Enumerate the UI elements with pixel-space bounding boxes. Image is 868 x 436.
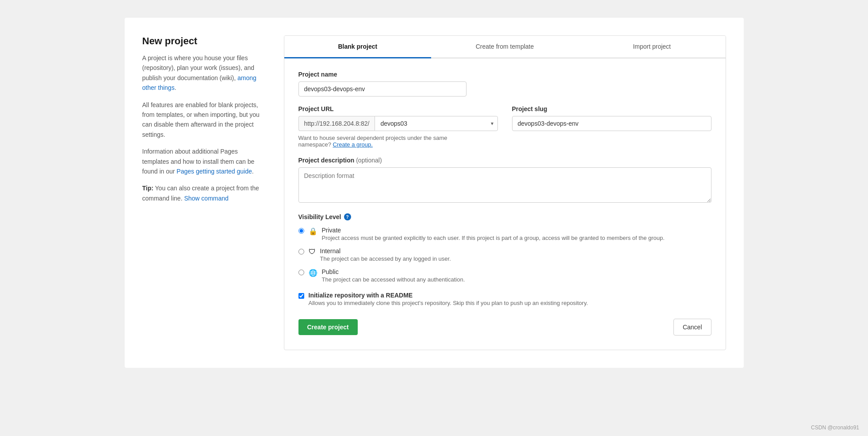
sidebar-desc1: A project is where you house your files … (142, 53, 266, 93)
init-readme-desc: Allows you to immediately clone this pro… (309, 300, 588, 306)
globe-icon: 🌐 (309, 269, 317, 277)
url-row: http://192.168.204.8:82/ devops03 ▾ (298, 116, 498, 131)
visibility-option-private: 🔒 Private Project access must be granted… (298, 227, 711, 241)
url-namespace-select[interactable]: devops03 (375, 116, 497, 131)
project-slug-group: Project slug (512, 105, 711, 131)
project-name-label: Project name (298, 71, 711, 78)
sidebar-tip: Tip: You can also create a project from … (142, 183, 266, 203)
url-slug-row: Project URL http://192.168.204.8:82/ dev… (298, 105, 711, 148)
project-description-group: Project description (optional) (298, 157, 711, 204)
visibility-radio-internal[interactable] (298, 249, 304, 255)
lock-icon: 🔒 (309, 227, 317, 235)
project-description-textarea[interactable] (298, 167, 711, 203)
visibility-private-title: Private (322, 227, 665, 234)
project-url-group: Project URL http://192.168.204.8:82/ dev… (298, 105, 498, 148)
visibility-group: Visibility Level ? 🔒 Private Project acc… (298, 213, 711, 283)
visibility-option-public: 🌐 Public The project can be accessed wit… (298, 268, 711, 283)
form-body: Project name Project URL http://192.168.… (284, 58, 726, 350)
project-url-label: Project URL (298, 105, 498, 112)
sidebar-desc2: All features are enabled for blank proje… (142, 100, 266, 140)
tab-import-project[interactable]: Import project (578, 36, 726, 58)
tabs-bar: Blank project Create from template Impor… (284, 36, 726, 58)
url-prefix: http://192.168.204.8:82/ (298, 116, 375, 131)
visibility-private-desc: Project access must be granted explicitl… (322, 235, 665, 241)
visibility-option-internal: 🛡 Internal The project can be accessed b… (298, 247, 711, 262)
create-project-button[interactable]: Create project (298, 319, 358, 335)
visibility-internal-desc: The project can be accessed by any logge… (320, 255, 451, 262)
main-content: Blank project Create from template Impor… (284, 35, 726, 350)
project-slug-label: Project slug (512, 105, 711, 112)
sidebar-link-show-command[interactable]: Show command (184, 195, 228, 202)
tab-create-from-template[interactable]: Create from template (431, 36, 578, 58)
page-title: New project (142, 35, 266, 47)
init-readme-checkbox[interactable] (298, 293, 304, 299)
tab-blank-project[interactable]: Blank project (284, 36, 432, 58)
url-select-wrapper: devops03 ▾ (375, 116, 497, 131)
page-container: New project A project is where you house… (125, 18, 744, 368)
project-name-group: Project name (298, 71, 711, 96)
project-name-input[interactable] (298, 81, 467, 96)
cancel-button[interactable]: Cancel (673, 319, 711, 336)
project-description-label: Project description (optional) (298, 157, 711, 164)
footer-credit: CSDN @cronaldo91 (811, 424, 859, 431)
visibility-label-row: Visibility Level ? (298, 213, 711, 220)
sidebar-desc3: Information about additional Pages templ… (142, 147, 266, 176)
sidebar-link-pages-guide[interactable]: Pages getting started guide (176, 168, 252, 175)
shield-icon: 🛡 (309, 248, 316, 256)
visibility-internal-title: Internal (320, 247, 451, 255)
visibility-radio-private[interactable] (298, 228, 304, 234)
url-hint: Want to house several dependent projects… (298, 135, 498, 148)
create-group-link[interactable]: Create a group. (333, 141, 373, 148)
visibility-public-desc: The project can be accessed without any … (322, 276, 465, 283)
sidebar: New project A project is where you house… (142, 35, 284, 350)
visibility-level-label: Visibility Level (298, 213, 341, 220)
visibility-help-icon[interactable]: ? (344, 213, 351, 220)
button-row: Create project Cancel (298, 319, 711, 336)
init-readme-title: Initialize repository with a README (309, 292, 588, 299)
project-slug-input[interactable] (512, 116, 711, 131)
visibility-public-title: Public (322, 268, 465, 275)
visibility-radio-public[interactable] (298, 270, 304, 275)
init-readme-row: Initialize repository with a README Allo… (298, 292, 711, 306)
